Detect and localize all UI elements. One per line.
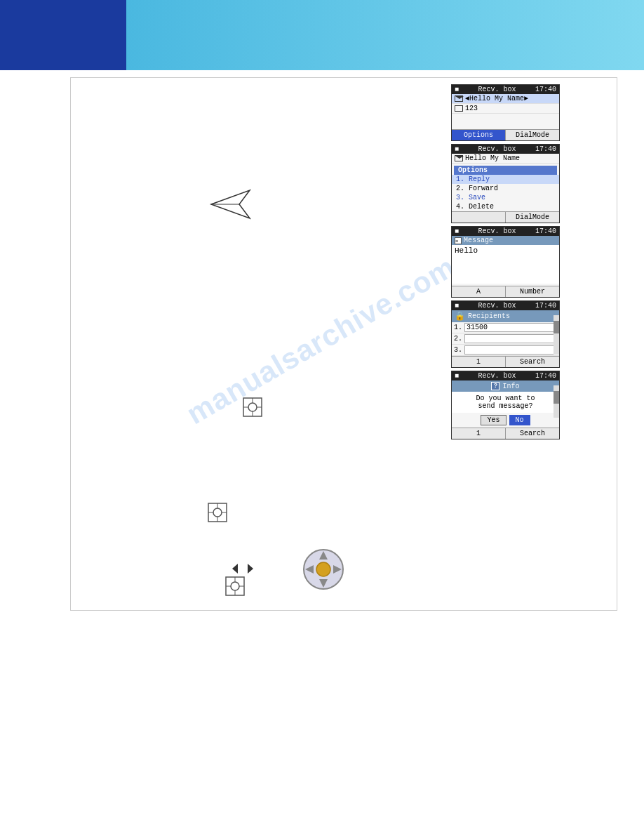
svg-point-15 <box>316 562 330 576</box>
recipient-input-3[interactable] <box>464 345 557 355</box>
mail-icon-3 <box>455 155 463 161</box>
recipient-row-2: 2. <box>452 333 559 345</box>
recipient-row-1: 1. <box>452 322 559 333</box>
panel1-btn2[interactable]: DialMode <box>506 130 559 140</box>
panel1-row2-text: 123 <box>465 105 478 112</box>
panel1-buttons: Options DialMode <box>452 129 559 140</box>
panel4-btn2[interactable]: Search <box>506 357 559 367</box>
recipient-row-3: 3. <box>452 345 559 356</box>
panel1-header: ■ Recv. box 17:40 <box>452 85 559 94</box>
panel5-buttons: 1 Search <box>452 428 559 439</box>
watermark: manualsarchive.com <box>181 250 461 431</box>
panel5-btn2[interactable]: Search <box>506 428 559 439</box>
panel-1: ■ Recv. box 17:40 ◄Hello My Name► 123 Op… <box>451 84 560 141</box>
panel1-row1-text: ◄Hello My Name► <box>465 95 528 102</box>
option3[interactable]: 3. Save <box>452 193 559 202</box>
panel2-spacer-btn <box>452 212 506 223</box>
header-bar <box>0 0 644 70</box>
panel2-btn-dialmode[interactable]: DialMode <box>506 212 559 223</box>
panel4-icon: ■ <box>455 302 459 310</box>
panel5-btn1[interactable]: 1 <box>452 428 506 439</box>
info-no-button[interactable]: No <box>509 415 530 425</box>
panel3-section: Message <box>464 237 493 244</box>
panels-container: ■ Recv. box 17:40 ◄Hello My Name► 123 Op… <box>451 84 560 439</box>
panel3-btn1[interactable]: A <box>452 286 506 297</box>
panel1-spacer <box>452 114 559 129</box>
panel3-header: ■ Recv. box 17:40 <box>452 227 559 236</box>
panel4-buttons: 1 Search <box>452 356 559 367</box>
panel4-time: 17:40 <box>535 302 556 310</box>
header-dark-block <box>0 0 126 70</box>
mail-icon-2 <box>455 105 463 112</box>
recipient-input-2[interactable] <box>464 334 557 343</box>
panel5-scrollbar <box>554 385 559 418</box>
scrollbar <box>554 315 559 355</box>
compose-icon <box>455 237 462 244</box>
panel2-buttons: DialMode <box>452 211 559 223</box>
panel2-message-row: Hello My Name <box>452 154 559 164</box>
panel-2: ■ Recv. box 17:40 Hello My Name Options … <box>451 144 560 223</box>
recipients-title: Recipients <box>468 312 510 320</box>
info-body: Do you want to send message? <box>452 392 559 413</box>
panel3-btn2[interactable]: Number <box>506 286 559 297</box>
panel2-message: Hello My Name <box>465 154 520 162</box>
dpad-icon <box>302 548 344 593</box>
header-light-block <box>126 0 644 70</box>
panel3-time: 17:40 <box>535 227 556 235</box>
info-line2: send message? <box>456 402 555 410</box>
info-yes-button[interactable]: Yes <box>481 415 506 425</box>
target-icon-2 <box>208 503 227 525</box>
recipient-num-1: 1. <box>454 324 464 331</box>
message-textarea[interactable] <box>452 245 559 284</box>
svg-point-1 <box>248 403 257 411</box>
crosshair-icon-2 <box>208 503 227 522</box>
crosshair-icon <box>243 397 262 417</box>
panel2-icon: ■ <box>455 145 459 153</box>
panel3-icon: ■ <box>455 227 459 235</box>
arrows-icon <box>232 562 253 575</box>
panel2-time: 17:40 <box>535 145 556 153</box>
info-title-bar: ? Info <box>452 380 559 392</box>
panel5-title: Recv. box <box>478 372 516 380</box>
lock-icon: 🔒 <box>455 311 465 322</box>
info-buttons: Yes No <box>452 413 559 428</box>
option4[interactable]: 4. Delete <box>452 202 559 211</box>
target-icon-3 <box>225 576 245 599</box>
dpad <box>302 548 344 590</box>
option2[interactable]: 2. Forward <box>452 184 559 193</box>
info-title-text: Info <box>502 383 519 390</box>
panel3-buttons: A Number <box>452 286 559 297</box>
left-right-arrows <box>232 562 253 578</box>
panel5-time: 17:40 <box>535 372 556 380</box>
panel3-section-header: Message <box>452 236 559 245</box>
panel1-time: 17:40 <box>535 86 556 93</box>
target-icon-1 <box>243 397 262 420</box>
panel1-row1[interactable]: ◄Hello My Name► <box>452 94 559 104</box>
panel1-icon: ■ <box>455 86 459 93</box>
send-icon <box>208 187 257 222</box>
svg-point-7 <box>213 508 222 517</box>
panel-3: ■ Recv. box 17:40 Message A Number <box>451 226 560 298</box>
panel1-row2[interactable]: 123 <box>452 104 559 114</box>
panel3-title: Recv. box <box>478 227 516 235</box>
panel-5: ■ Recv. box 17:40 ? Info Do you want to … <box>451 371 560 439</box>
panel5-header: ■ Recv. box 17:40 <box>452 371 559 380</box>
send-icon-area <box>208 187 257 225</box>
svg-marker-13 <box>248 564 253 574</box>
panel4-header: ■ Recv. box 17:40 <box>452 301 559 310</box>
options-title-bar: Options <box>454 166 557 175</box>
info-line1: Do you want to <box>456 395 555 402</box>
panel4-btn1[interactable]: 1 <box>452 357 506 367</box>
recipient-num-2: 2. <box>454 335 464 343</box>
panel5-scrollbar-thumb <box>554 391 559 404</box>
panel5-icon: ■ <box>455 372 459 380</box>
option1[interactable]: 1. Reply <box>452 175 559 184</box>
scrollbar-thumb <box>554 321 559 333</box>
panel2-header: ■ Recv. box 17:40 <box>452 145 559 154</box>
question-icon: ? <box>491 382 499 390</box>
panel1-btn1[interactable]: Options <box>452 130 506 140</box>
svg-marker-12 <box>232 564 238 574</box>
recipient-num-3: 3. <box>454 346 464 354</box>
recipients-header: 🔒 Recipients <box>452 310 559 322</box>
recipient-input-1[interactable] <box>464 323 557 332</box>
